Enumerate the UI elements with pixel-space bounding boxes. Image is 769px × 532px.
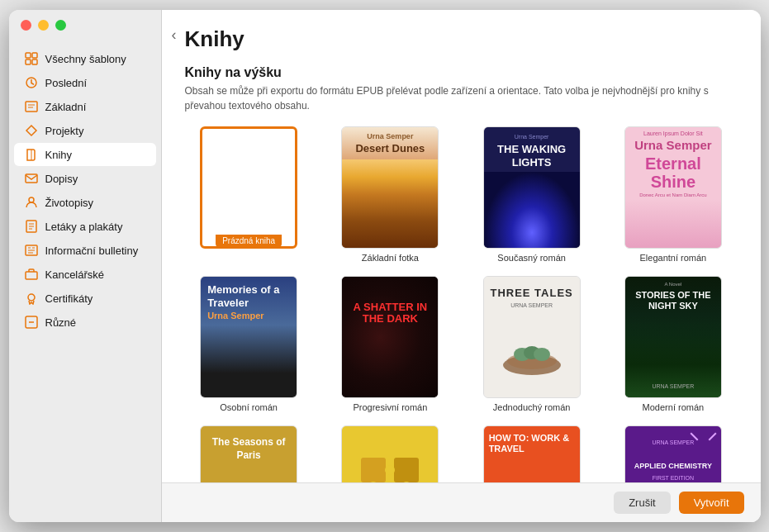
template-thumb-empty: Prázdná kniha: [200, 126, 297, 249]
template-thumb-shatter: A SHATTER IN THE DARK: [341, 276, 439, 398]
template-thumb-night-sky: A Novel STORIES OF THE NIGHT SKY URNA SE…: [624, 276, 722, 398]
sidebar-item-label: Dopisy: [45, 173, 78, 185]
create-button[interactable]: Vytvořit: [679, 492, 744, 514]
book-author: URNA SEMPER: [625, 426, 721, 445]
basic-icon: [24, 99, 39, 114]
sidebar-item-label: Knihy: [45, 149, 73, 161]
template-grid-area: Prázdná kniha Urna Semper Desert Dunes Z…: [162, 126, 761, 482]
book-author: URNA SEMPER: [484, 302, 580, 308]
flyer-icon: [24, 219, 39, 234]
book-title: A SHATTER IN THE DARK: [342, 277, 438, 329]
cancel-button[interactable]: Zrušit: [614, 492, 671, 514]
sidebar-item-biographies[interactable]: Životopisy: [14, 191, 156, 214]
bulletin-icon: [24, 243, 39, 258]
book-title: Memories of a Traveler: [201, 277, 297, 311]
template-thumb-work-travel: HOW TO: WORK & TRAVEL: [483, 425, 581, 482]
book-author: Urna Semper: [201, 311, 297, 321]
diamond-icon: [24, 123, 39, 138]
book-title: APPLIED CHEMISTRY: [625, 445, 721, 475]
book-title: Desert Dunes: [342, 140, 438, 156]
main-content: ‹ Knihy Knihy na výšku Obsah se může při…: [162, 10, 761, 522]
svg-rect-30: [361, 458, 386, 482]
book-author-top: Urna Semper: [342, 127, 438, 140]
sidebar-item-office[interactable]: Kancelářské: [14, 263, 156, 286]
sidebar-item-flyers[interactable]: Letáky a plakáty: [14, 215, 156, 238]
svg-point-29: [534, 348, 550, 361]
template-label-eternal: Elegantní román: [640, 253, 707, 263]
sidebar-item-basic[interactable]: Základní: [14, 95, 156, 118]
nest-illustration: [499, 328, 565, 378]
template-label-memories: Osobní román: [220, 402, 278, 412]
section-title: Knihy na výšku: [185, 65, 738, 80]
grid-icon: [24, 51, 39, 66]
book-title: THE WAKING LIGHTS: [484, 140, 580, 172]
main-header: ‹ Knihy Knihy na výšku Obsah se může při…: [162, 10, 761, 126]
book-title: STORIES OF THE NIGHT SKY: [625, 287, 721, 315]
template-memories[interactable]: Memories of a Traveler Urna Semper Osobn…: [185, 276, 313, 412]
template-seasons[interactable]: The Seasons of Paris: [185, 425, 313, 482]
traffic-lights: [21, 20, 66, 31]
book-tagline: Donec Arcu et Nam Diam Arcu: [625, 191, 721, 199]
sidebar-item-label: Životopisy: [45, 197, 94, 209]
template-thumb-seasons: The Seasons of Paris: [200, 425, 297, 482]
sidebar: Všechny šablony Poslední Základní: [9, 10, 162, 522]
svg-rect-1: [32, 53, 37, 58]
svg-rect-2: [26, 59, 31, 64]
template-thumb-waking: Urna Semper THE WAKING LIGHTS: [483, 126, 581, 249]
maximize-button[interactable]: [55, 20, 66, 31]
back-button[interactable]: ‹: [167, 25, 182, 45]
book-author: Urna Semper: [484, 127, 580, 140]
minimize-button[interactable]: [38, 20, 49, 31]
template-night-sky[interactable]: A Novel STORIES OF THE NIGHT SKY URNA SE…: [609, 276, 737, 412]
template-label-waking: Současný román: [497, 253, 566, 263]
book-novel-label: A Novel: [625, 277, 721, 287]
template-work-travel[interactable]: HOW TO: WORK & TRAVEL: [468, 425, 596, 482]
book-title: Urna Semper: [625, 136, 721, 154]
envelope-icon: [24, 171, 39, 186]
book-icon: [24, 147, 39, 162]
template-thumb-three-tales: THREE TALES URNA SEMPER: [483, 276, 581, 398]
sidebar-item-recent[interactable]: Poslední: [14, 71, 156, 94]
sidebar-item-label: Informační bulletiny: [45, 245, 139, 257]
template-shatter[interactable]: A SHATTER IN THE DARK Progresivní román: [326, 276, 454, 412]
book-title: THREE TALES: [484, 277, 580, 302]
template-applied-chem[interactable]: URNA SEMPER APPLIED CHEMISTRY FIRST EDIT…: [609, 425, 737, 482]
sidebar-item-label: Základní: [45, 101, 87, 113]
template-puzzle[interactable]: [326, 425, 454, 482]
template-desert-dunes[interactable]: Urna Semper Desert Dunes Základní fotka: [326, 126, 454, 263]
svg-rect-21: [26, 272, 37, 279]
book-title: HOW TO: WORK & TRAVEL: [484, 426, 580, 461]
clock-icon: [24, 75, 39, 90]
template-thumb-applied-chem: URNA SEMPER APPLIED CHEMISTRY FIRST EDIT…: [624, 425, 722, 482]
person-icon: [24, 195, 39, 210]
sidebar-item-all-templates[interactable]: Všechny šablony: [14, 47, 156, 70]
template-three-tales[interactable]: THREE TALES URNA SEMPER: [468, 276, 596, 412]
svg-point-22: [28, 294, 35, 301]
template-empty-book[interactable]: Prázdná kniha: [185, 126, 313, 263]
sidebar-item-projects[interactable]: Projekty: [14, 119, 156, 142]
briefcase-icon: [24, 267, 39, 282]
sidebar-item-label: Všechny šablony: [45, 53, 126, 65]
book-author: URNA SEMPER: [625, 383, 721, 389]
svg-point-34: [385, 465, 395, 475]
template-eternal-shine[interactable]: Lauren Ipsum Dolor Sit Urna Semper Etern…: [609, 126, 737, 263]
template-label-night-sky: Moderní román: [643, 402, 705, 412]
sidebar-item-books[interactable]: Knihy: [14, 143, 156, 166]
misc-icon: [24, 315, 39, 330]
sidebar-item-misc[interactable]: Různé: [14, 311, 156, 334]
sidebar-item-label: Poslední: [45, 77, 88, 89]
template-waking-lights[interactable]: Urna Semper THE WAKING LIGHTS Současný r…: [468, 126, 596, 263]
sidebar-item-certificates[interactable]: Certifikáty: [14, 287, 156, 310]
svg-rect-10: [26, 174, 37, 183]
template-label-desert: Základní fotka: [362, 253, 419, 263]
app-window: Všechny šablony Poslední Základní: [9, 10, 761, 522]
certificate-icon: [24, 291, 39, 306]
template-thumb-desert: Urna Semper Desert Dunes: [341, 126, 439, 249]
sidebar-item-bulletins[interactable]: Informační bulletiny: [14, 239, 156, 262]
sidebar-item-letters[interactable]: Dopisy: [14, 167, 156, 190]
book-title: The Seasons of Paris: [201, 426, 297, 465]
sidebar-item-label: Letáky a plakáty: [45, 221, 123, 233]
close-button[interactable]: [21, 20, 31, 31]
book-author: Lauren Ipsum Dolor Sit: [625, 127, 721, 136]
template-thumb-puzzle: [341, 425, 439, 482]
